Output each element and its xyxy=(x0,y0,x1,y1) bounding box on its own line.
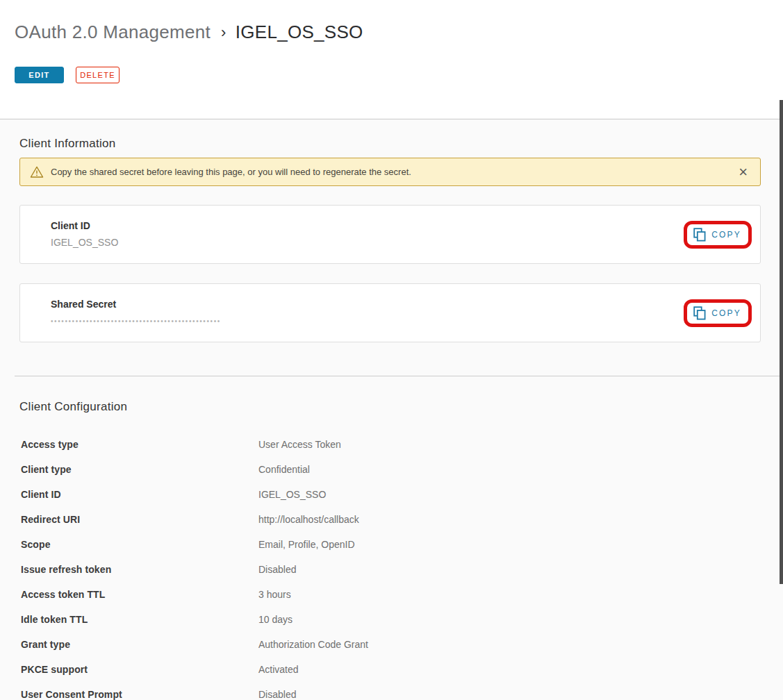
config-row-client-id: Client ID IGEL_OS_SSO xyxy=(21,482,783,507)
config-row-redirect-uri: Redirect URI http://localhost/callback xyxy=(21,507,783,532)
config-value: User Access Token xyxy=(258,439,341,450)
config-label: Issue refresh token xyxy=(21,564,258,575)
config-row-idle-token-ttl: Idle token TTL 10 days xyxy=(21,607,783,632)
warning-triangle-icon xyxy=(30,165,44,178)
config-row-grant-type: Grant type Authorization Code Grant xyxy=(21,632,783,657)
client-id-card: Client ID IGEL_OS_SSO COPY xyxy=(19,205,761,264)
warning-text: Copy the shared secret before leaving th… xyxy=(51,167,411,177)
scrollbar-thumb[interactable] xyxy=(780,100,783,584)
copy-icon xyxy=(693,228,706,242)
client-configuration-heading: Client Configuration xyxy=(19,400,783,414)
page-title: IGEL_OS_SSO xyxy=(236,22,363,42)
copy-client-id-button[interactable]: COPY xyxy=(687,224,748,245)
copy-highlight-annotation: COPY xyxy=(684,299,752,327)
config-label: Scope xyxy=(21,539,258,550)
config-label: Client type xyxy=(21,464,258,475)
client-id-value: IGEL_OS_SSO xyxy=(51,237,760,249)
copy-shared-secret-button[interactable]: COPY xyxy=(687,303,748,324)
page-header: OAuth 2.0 Management›IGEL_OS_SSO EDIT DE… xyxy=(0,19,783,119)
client-information-heading: Client Information xyxy=(19,137,783,151)
content-area: Client Information Copy the shared secre… xyxy=(0,119,783,700)
close-icon[interactable]: × xyxy=(734,165,752,180)
config-value: 10 days xyxy=(258,614,292,625)
config-value: Email, Profile, OpenID xyxy=(258,539,355,550)
config-label: Client ID xyxy=(21,489,258,500)
config-label: Idle token TTL xyxy=(21,614,258,625)
config-label: Grant type xyxy=(21,639,258,650)
config-row-issue-refresh-token: Issue refresh token Disabled xyxy=(21,557,783,582)
section-divider xyxy=(15,376,783,376)
config-row-pkce-support: PKCE support Activated xyxy=(21,657,783,682)
config-label: Redirect URI xyxy=(21,514,258,525)
config-value: IGEL_OS_SSO xyxy=(258,489,326,500)
copy-highlight-annotation: COPY xyxy=(684,221,752,249)
config-label: Access token TTL xyxy=(21,589,258,600)
shared-secret-label: Shared Secret xyxy=(51,299,760,310)
config-value: Disabled xyxy=(258,689,296,700)
config-label: Access type xyxy=(21,439,258,450)
copy-button-label: COPY xyxy=(711,230,741,240)
shared-secret-card: Shared Secret ••••••••••••••••••••••••••… xyxy=(19,283,761,342)
edit-button[interactable]: EDIT xyxy=(15,67,64,83)
breadcrumb-chevron-icon: › xyxy=(221,24,226,41)
masked-secret-value: ••••••••••••••••••••••••••••••••••••••••… xyxy=(51,315,760,327)
copy-icon xyxy=(693,306,706,320)
config-value: Activated xyxy=(258,664,299,675)
config-row-access-token-ttl: Access token TTL 3 hours xyxy=(21,582,783,607)
config-row-scope: Scope Email, Profile, OpenID xyxy=(21,532,783,557)
copy-button-label: COPY xyxy=(711,308,741,318)
config-value: Disabled xyxy=(258,564,296,575)
breadcrumb-parent-link[interactable]: OAuth 2.0 Management xyxy=(15,22,211,42)
config-row-user-consent-prompt: User Consent Prompt Disabled xyxy=(21,682,783,700)
config-label: PKCE support xyxy=(21,664,258,675)
warning-banner: Copy the shared secret before leaving th… xyxy=(19,158,761,186)
client-id-label: Client ID xyxy=(51,220,760,232)
config-label: User Consent Prompt xyxy=(21,689,258,700)
config-row-access-type: Access type User Access Token xyxy=(21,432,783,457)
config-value: http://localhost/callback xyxy=(258,514,359,525)
breadcrumb: OAuth 2.0 Management›IGEL_OS_SSO xyxy=(15,19,783,45)
action-buttons: EDIT DELETE xyxy=(15,67,783,83)
config-row-client-type: Client type Confidential xyxy=(21,457,783,482)
delete-button[interactable]: DELETE xyxy=(76,67,119,83)
config-value: Authorization Code Grant xyxy=(258,639,368,650)
client-configuration-list: Access type User Access Token Client typ… xyxy=(21,432,783,700)
config-value: 3 hours xyxy=(258,589,291,600)
config-value: Confidential xyxy=(258,464,310,475)
